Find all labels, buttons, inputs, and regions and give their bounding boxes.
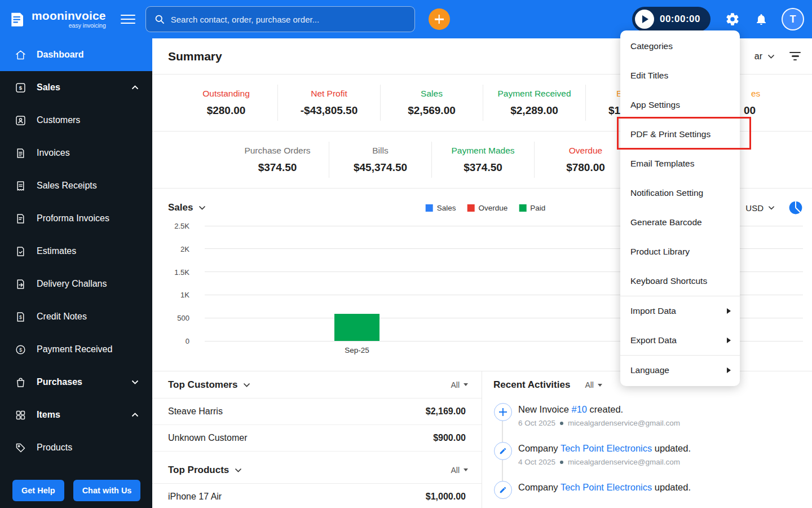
chevron-down-icon — [131, 380, 139, 384]
triangle-down-icon — [598, 384, 602, 387]
currency-dropdown[interactable]: USD — [745, 203, 775, 213]
sidebar-label: Estimates — [37, 246, 76, 256]
settings-dropdown-menu: Categories Edit Titles App Settings PDF … — [620, 30, 740, 386]
period-filter-label: ar — [754, 51, 762, 62]
activity-link[interactable]: #10 — [571, 404, 587, 414]
page-title: Summary — [168, 50, 222, 63]
legend-swatch-sales — [426, 204, 433, 212]
menu-item-categories[interactable]: Categories — [620, 32, 740, 61]
menu-item-edit-titles[interactable]: Edit Titles — [620, 61, 740, 90]
menu-item-app-settings[interactable]: App Settings — [620, 90, 740, 120]
customer-row[interactable]: Unknown Customer $900.00 — [152, 425, 482, 452]
activity-entry: New Invoice #10 created. 6 Oct 2025 mice… — [518, 404, 812, 427]
legend-swatch-paid — [519, 204, 526, 212]
activity-entry: Company Tech Point Electronics updated. — [518, 482, 812, 493]
sidebar-item-invoices[interactable]: Invoices — [0, 137, 152, 169]
submenu-arrow-icon — [727, 308, 731, 314]
menu-item-email-templates[interactable]: Email Templates — [620, 149, 740, 178]
menu-item-generate-barcode[interactable]: Generate Barcode — [620, 208, 740, 237]
user-avatar[interactable]: T — [782, 8, 804, 30]
sidebar-item-proforma-invoices[interactable]: Proforma Invoices — [0, 202, 152, 235]
sidebar-item-sales[interactable]: $ Sales — [0, 71, 152, 104]
timer-value: 00:00:00 — [660, 14, 700, 25]
stat-outstanding: Outstanding $280.00 — [175, 85, 277, 121]
sidebar-item-purchases[interactable]: Purchases — [0, 366, 152, 398]
items-icon — [15, 409, 27, 421]
stat-payment-received: Payment Received $2,289.00 — [483, 85, 585, 121]
period-filter-dropdown[interactable]: ar — [754, 51, 775, 62]
sidebar-item-sales-receipts[interactable]: Sales Receipts — [0, 169, 152, 202]
sidebar-item-credit-notes[interactable]: $ Credit Notes — [0, 300, 152, 333]
activity-link[interactable]: Tech Point Electronics — [561, 443, 652, 453]
menu-item-pdf-print-settings[interactable]: PDF & Print Settings — [620, 120, 740, 149]
stat-purchase-orders: Purchase Orders $374.50 — [226, 142, 329, 178]
top-products-filter-dropdown[interactable]: All — [451, 466, 468, 475]
activity-date: 6 Oct 2025 — [518, 419, 555, 427]
chart-legend: Sales Overdue Paid — [426, 204, 546, 212]
submenu-arrow-icon — [727, 367, 731, 373]
pencil-icon — [494, 442, 512, 460]
settings-gear-icon[interactable] — [725, 12, 740, 27]
recent-activities-filter-dropdown[interactable]: All — [585, 380, 602, 389]
time-tracker-button[interactable]: 00:00:00 — [632, 7, 710, 32]
notifications-bell-icon[interactable] — [754, 12, 768, 26]
global-search[interactable] — [145, 6, 415, 32]
top-products-dropdown[interactable]: Top Products — [168, 465, 242, 476]
sidebar-label: Sales — [37, 82, 60, 93]
sidebar-item-customers[interactable]: Customers — [0, 104, 152, 137]
menu-item-notification-setting[interactable]: Notification Setting — [620, 178, 740, 208]
purchases-icon — [15, 376, 27, 388]
chat-with-us-button[interactable]: Chat with Us — [73, 480, 141, 501]
customer-row[interactable]: Steave Harris $2,169.00 — [152, 398, 482, 425]
get-help-button[interactable]: Get Help — [12, 480, 64, 501]
quick-add-button[interactable] — [429, 8, 450, 30]
sidebar-label: Invoices — [37, 148, 70, 158]
sidebar-label: Delivery Challans — [37, 279, 107, 289]
delivery-challan-icon — [15, 278, 27, 290]
pie-chart-toggle-icon[interactable] — [788, 200, 803, 215]
payment-received-icon: $ — [15, 344, 27, 356]
menu-item-export-data[interactable]: Export Data — [620, 326, 740, 355]
pencil-icon — [494, 481, 512, 499]
sidebar-item-dashboard[interactable]: Dashboard — [0, 38, 152, 71]
search-input[interactable] — [171, 15, 407, 24]
activity-email: micealgardenservice@gmail.com — [568, 419, 680, 427]
menu-item-keyboard-shortcuts[interactable]: Keyboard Shortcuts — [620, 266, 740, 296]
product-row[interactable]: iPhone 17 Air $1,000.00 — [152, 484, 482, 508]
panel-title: Top Customers — [168, 379, 237, 391]
sidebar-item-estimates[interactable]: Estimates — [0, 235, 152, 268]
chevron-down-icon — [198, 205, 206, 210]
menu-hamburger-icon[interactable] — [121, 12, 135, 27]
filter-icon[interactable] — [789, 52, 801, 60]
triangle-down-icon — [464, 383, 468, 386]
chevron-up-icon — [131, 413, 139, 417]
sidebar-label: Sales Receipts — [37, 181, 97, 191]
menu-item-product-library[interactable]: Product Library — [620, 237, 740, 266]
plus-circle-icon — [494, 403, 512, 421]
sidebar-item-delivery-challans[interactable]: Delivery Challans — [0, 268, 152, 300]
sidebar-item-products[interactable]: Products — [0, 431, 152, 464]
activity-link[interactable]: Tech Point Electronics — [561, 482, 652, 492]
menu-item-import-data[interactable]: Import Data — [620, 296, 740, 326]
sidebar-label: Items — [37, 410, 60, 420]
top-customers-dropdown[interactable]: Top Customers — [168, 379, 250, 391]
dot-separator — [560, 461, 563, 464]
stat-payment-mades: Payment Mades $374.50 — [431, 142, 534, 178]
play-icon[interactable] — [635, 10, 654, 29]
chart-title: Sales — [168, 202, 193, 213]
chart-y-tick: 2K — [168, 244, 197, 253]
sidebar-label: Purchases — [37, 377, 82, 387]
menu-item-language[interactable]: Language — [620, 356, 740, 385]
recent-activities-panel: Recent Activities All New Invoice #10 cr… — [482, 371, 812, 508]
chevron-down-icon — [768, 205, 775, 210]
brand-name: mooninvoice — [32, 10, 106, 21]
chart-y-axis: 2.5K2K1.5K1K5000 — [168, 226, 197, 341]
top-customers-panel: Top Customers All Steave Harris $2,169.0… — [152, 371, 482, 452]
sidebar-item-items[interactable]: Items — [0, 398, 152, 431]
legend-item-overdue: Overdue — [467, 204, 508, 212]
credit-note-icon: $ — [15, 311, 27, 323]
chart-type-dropdown[interactable]: Sales — [168, 202, 206, 213]
sidebar-item-payment-received[interactable]: $ Payment Received — [0, 333, 152, 366]
invoice-icon — [15, 147, 27, 159]
top-customers-filter-dropdown[interactable]: All — [451, 380, 468, 389]
